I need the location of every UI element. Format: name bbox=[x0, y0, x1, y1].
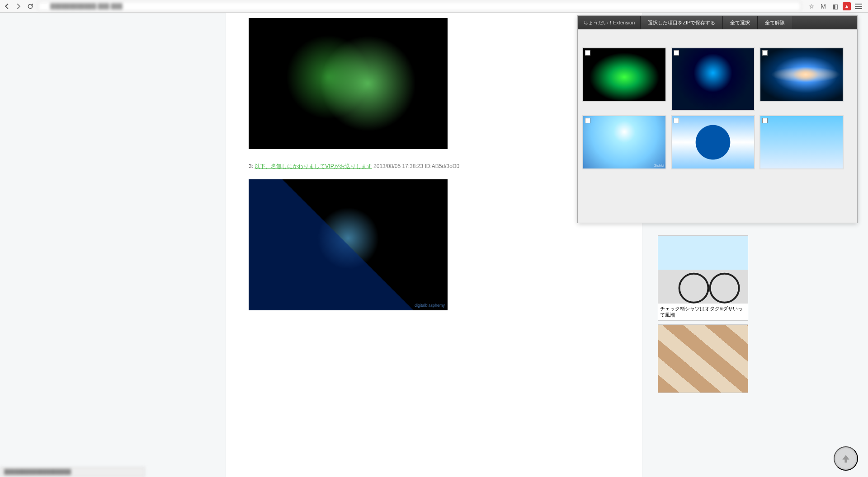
thumb-checkbox[interactable] bbox=[674, 50, 679, 56]
extension-thumbnail-grid[interactable]: Gishki bbox=[578, 29, 857, 223]
extension-b-icon[interactable]: ▲ bbox=[843, 2, 851, 10]
menu-button[interactable] bbox=[854, 2, 863, 10]
sidebar-card-1[interactable]: チェック柄シャツはオタク&ダサいって風潮 bbox=[658, 235, 748, 321]
thumb-checkbox[interactable] bbox=[762, 118, 768, 123]
thumb-sky-sun[interactable]: Gishki bbox=[582, 115, 666, 169]
sidebar-card-1-caption: チェック柄シャツはオタク&ダサいって風潮 bbox=[658, 304, 748, 320]
poster-name-link[interactable]: 以下、名無しにかわりましてVIPがお送りします bbox=[255, 163, 372, 169]
back-button[interactable] bbox=[3, 2, 11, 10]
thumb-checkbox[interactable] bbox=[762, 50, 768, 56]
thumb-galaxy[interactable] bbox=[760, 47, 844, 102]
thumb-blue-cubes[interactable] bbox=[671, 47, 755, 111]
scroll-to-top-button[interactable] bbox=[834, 446, 858, 471]
thumb-green-abstract[interactable] bbox=[582, 47, 666, 102]
post-uid: ID:AB5d/3oD0 bbox=[425, 163, 460, 169]
gmail-icon[interactable]: M bbox=[819, 2, 827, 10]
star-icon[interactable]: ☆ bbox=[807, 2, 816, 10]
reload-button[interactable] bbox=[26, 2, 34, 10]
thumb-checkbox[interactable] bbox=[585, 118, 590, 123]
select-all-button[interactable]: 全て選択 bbox=[722, 16, 757, 29]
thumb-sky-anime[interactable] bbox=[760, 115, 844, 169]
sidebar-card-1-image bbox=[658, 236, 748, 304]
save-zip-button[interactable]: 選択した項目をZIPで保存する bbox=[640, 16, 722, 29]
deselect-all-button[interactable]: 全て解除 bbox=[757, 16, 792, 29]
post-image-green-abstract[interactable] bbox=[249, 18, 448, 149]
thumb-caption: Gishki bbox=[654, 164, 664, 168]
arrow-up-icon bbox=[840, 453, 852, 464]
status-bar: ███████████████████ bbox=[0, 467, 145, 477]
extension-title: ちょうだい！Extension bbox=[578, 19, 640, 26]
post-number: 3: bbox=[249, 163, 253, 169]
address-bar[interactable] bbox=[38, 1, 801, 11]
extension-a-icon[interactable]: ◧ bbox=[831, 2, 839, 10]
sidebar-card-2-image bbox=[658, 325, 748, 393]
thumb-checkbox[interactable] bbox=[585, 50, 590, 56]
arrow-left-icon bbox=[4, 3, 10, 9]
extension-popup: ちょうだい！Extension 選択した項目をZIPで保存する 全て選択 全て解… bbox=[577, 15, 858, 223]
browser-chrome: ☆ M ◧ ▲ bbox=[0, 0, 868, 13]
post-image-blue-cubes[interactable]: digitalblasphemy bbox=[249, 179, 448, 310]
post-timestamp: 2013/08/05 17:38:23 bbox=[373, 163, 423, 169]
extension-toolbar: ちょうだい！Extension 選択した項目をZIPで保存する 全て選択 全て解… bbox=[578, 16, 857, 29]
hamburger-icon bbox=[855, 4, 862, 9]
forward-button[interactable] bbox=[14, 2, 23, 10]
image-watermark: digitalblasphemy bbox=[415, 303, 445, 308]
reload-icon bbox=[27, 3, 33, 9]
thumb-sky-burst[interactable] bbox=[671, 115, 755, 169]
arrow-right-icon bbox=[15, 3, 22, 9]
thumb-checkbox[interactable] bbox=[674, 118, 679, 123]
sidebar-card-2[interactable] bbox=[658, 324, 748, 393]
